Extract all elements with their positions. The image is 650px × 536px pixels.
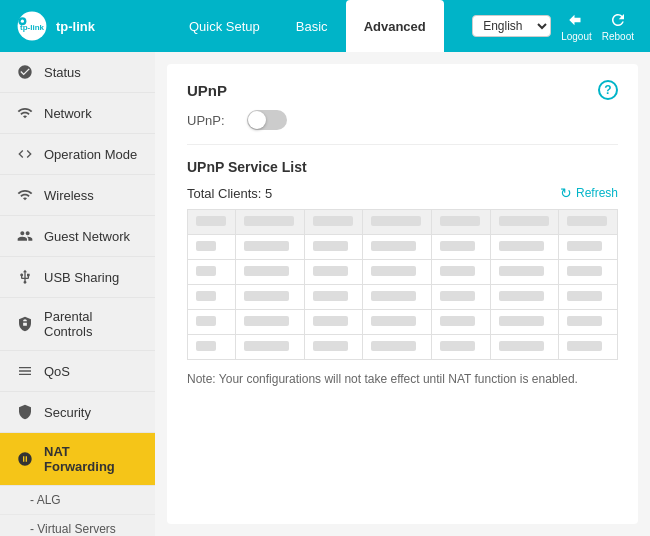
nav-tabs: Quick Setup Basic Advanced: [171, 0, 472, 52]
tplink-text-logo: tp-link: [56, 15, 126, 37]
parental-controls-icon: [16, 315, 34, 333]
sidebar-label-status: Status: [44, 65, 81, 80]
section-title: UPnP: [187, 82, 227, 99]
sidebar-item-security[interactable]: Security: [0, 392, 155, 433]
svg-text:tp-link: tp-link: [56, 19, 96, 34]
refresh-icon: ↻: [560, 185, 572, 201]
col-header-4: [363, 210, 432, 235]
sidebar-label-nat-forwarding: NAT Forwarding: [44, 444, 139, 474]
table-header-row: [188, 210, 618, 235]
svg-point-3: [21, 20, 24, 23]
sidebar-item-parental-controls[interactable]: Parental Controls: [0, 298, 155, 351]
tab-quick-setup[interactable]: Quick Setup: [171, 0, 278, 52]
usb-sharing-icon: [16, 268, 34, 286]
sidebar-label-network: Network: [44, 106, 92, 121]
service-list-title: UPnP Service List: [187, 159, 618, 175]
total-clients-row: Total Clients: 5 ↻ Refresh: [187, 185, 618, 201]
col-header-7: [559, 210, 618, 235]
table-row: [188, 335, 618, 360]
sidebar-item-usb-sharing[interactable]: USB Sharing: [0, 257, 155, 298]
qos-icon: [16, 362, 34, 380]
col-header-6: [490, 210, 559, 235]
tab-advanced[interactable]: Advanced: [346, 0, 444, 52]
sidebar-label-security: Security: [44, 405, 91, 420]
sidebar-item-network[interactable]: Network: [0, 93, 155, 134]
upnp-toggle-row: UPnP:: [187, 110, 618, 145]
sidebar-label-guest-network: Guest Network: [44, 229, 130, 244]
sidebar-label-qos: QoS: [44, 364, 70, 379]
tplink-logo: tp-link: [16, 10, 48, 42]
status-icon: [16, 63, 34, 81]
sidebar-label-operation-mode: Operation Mode: [44, 147, 137, 162]
operation-mode-icon: [16, 145, 34, 163]
upnp-toggle[interactable]: [247, 110, 287, 130]
language-select[interactable]: English Chinese Spanish: [472, 15, 551, 37]
network-icon: [16, 104, 34, 122]
header-right: English Chinese Spanish Logout Reboot: [472, 11, 634, 42]
col-header-5: [432, 210, 490, 235]
sidebar-item-status[interactable]: Status: [0, 52, 155, 93]
refresh-button[interactable]: ↻ Refresh: [560, 185, 618, 201]
nat-forwarding-icon: [16, 450, 34, 468]
logo-area: tp-link tp-link: [16, 10, 171, 42]
wireless-icon: [16, 186, 34, 204]
tab-basic[interactable]: Basic: [278, 0, 346, 52]
security-icon: [16, 403, 34, 421]
table-row: [188, 285, 618, 310]
section-header: UPnP ?: [187, 80, 618, 100]
sidebar-sub-virtual-servers[interactable]: - Virtual Servers: [0, 515, 155, 536]
sidebar-item-qos[interactable]: QoS: [0, 351, 155, 392]
col-header-2: [236, 210, 305, 235]
sidebar-label-usb-sharing: USB Sharing: [44, 270, 119, 285]
sidebar: Status Network Operation Mode Wireless G…: [0, 52, 155, 536]
sidebar-sub-alg[interactable]: - ALG: [0, 486, 155, 515]
sidebar-label-parental-controls: Parental Controls: [44, 309, 139, 339]
col-header-1: [188, 210, 236, 235]
table-row: [188, 235, 618, 260]
table-row: [188, 260, 618, 285]
toggle-thumb: [248, 111, 266, 129]
sidebar-label-wireless: Wireless: [44, 188, 94, 203]
guest-network-icon: [16, 227, 34, 245]
upnp-label: UPnP:: [187, 113, 247, 128]
logout-button[interactable]: Logout: [561, 11, 592, 42]
sidebar-item-guest-network[interactable]: Guest Network: [0, 216, 155, 257]
table-row: [188, 310, 618, 335]
help-icon[interactable]: ?: [598, 80, 618, 100]
sidebar-item-operation-mode[interactable]: Operation Mode: [0, 134, 155, 175]
content-area: UPnP ? UPnP: UPnP Service List Total Cli…: [155, 52, 650, 536]
content-inner: UPnP ? UPnP: UPnP Service List Total Cli…: [167, 64, 638, 524]
note-text: Note: Your configurations will not take …: [187, 372, 618, 386]
refresh-label: Refresh: [576, 186, 618, 200]
col-header-3: [304, 210, 362, 235]
main-layout: Status Network Operation Mode Wireless G…: [0, 52, 650, 536]
total-clients-label: Total Clients: 5: [187, 186, 272, 201]
sidebar-item-nat-forwarding[interactable]: NAT Forwarding: [0, 433, 155, 486]
service-table: [187, 209, 618, 360]
sidebar-item-wireless[interactable]: Wireless: [0, 175, 155, 216]
reboot-button[interactable]: Reboot: [602, 11, 634, 42]
header: tp-link tp-link Quick Setup Basic Advanc…: [0, 0, 650, 52]
